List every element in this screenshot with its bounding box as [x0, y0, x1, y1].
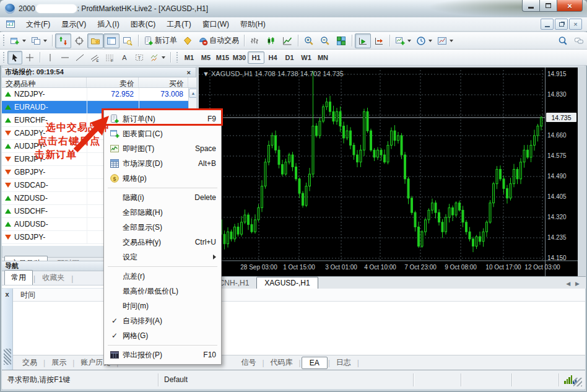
- timeframe-button-M15[interactable]: M15: [214, 51, 231, 64]
- search-button[interactable]: [555, 33, 571, 48]
- menubar-item-V[interactable]: 显示(V): [56, 17, 92, 32]
- timeframe-button-H4[interactable]: H4: [264, 51, 281, 64]
- chat-button[interactable]: [571, 33, 587, 48]
- context-menu-item-[interactable]: 设定: [104, 250, 221, 264]
- timeframe-button-M5[interactable]: M5: [198, 51, 214, 64]
- crosshair-button[interactable]: [22, 51, 37, 64]
- zoom-in-button[interactable]: [301, 33, 317, 48]
- dropdown-caret-icon[interactable]: [450, 40, 453, 42]
- terminal-tab-[interactable]: 代码库: [265, 355, 298, 370]
- context-menu-item-p[interactable]: $规格(p): [104, 171, 221, 186]
- market-watch-row[interactable]: NZDJPY-72.95273.008: [2, 88, 188, 101]
- navigator-tab-常用[interactable]: 常用: [4, 270, 33, 285]
- candlestick-chart-button[interactable]: [263, 33, 279, 48]
- minimize-button[interactable]: [522, 0, 539, 12]
- chart-tab-XAGUSDH1[interactable]: XAGUSD-,H1: [256, 277, 318, 289]
- menubar-item-I[interactable]: 插入(I): [92, 17, 124, 32]
- maximize-button[interactable]: [539, 0, 557, 12]
- terminal-button[interactable]: [103, 33, 120, 48]
- cursor-button[interactable]: [7, 51, 22, 64]
- strategy-tester-button[interactable]: [120, 33, 136, 48]
- templates-button[interactable]: [435, 33, 456, 48]
- terminal-tab-[interactable]: 交易: [17, 355, 43, 370]
- timeframe-button-MN[interactable]: MN: [315, 51, 331, 64]
- menubar-item-W[interactable]: 窗口(W): [197, 17, 235, 32]
- fibonacci-button[interactable]: F: [102, 51, 117, 64]
- mdi-minimize-button[interactable]: [541, 19, 554, 30]
- horizontal-line-button[interactable]: [58, 51, 72, 64]
- arrows-button[interactable]: [147, 51, 168, 64]
- metaeditor-button[interactable]: [180, 33, 196, 48]
- indicators-button[interactable]: [393, 33, 414, 48]
- context-menu-item-T[interactable]: 即时图(T)Space: [104, 141, 221, 156]
- context-menu-item-C[interactable]: 图表窗口(C): [104, 126, 221, 141]
- navigator-button[interactable]: [87, 33, 103, 48]
- context-menu-item-A[interactable]: ✓自动排列(A): [104, 313, 221, 328]
- scroll-right-icon[interactable]: ▶: [575, 281, 580, 287]
- text-label-button[interactable]: T: [132, 51, 147, 64]
- line-chart-button[interactable]: [279, 33, 295, 48]
- context-menu-item-G[interactable]: ✓网格(G): [104, 328, 221, 343]
- dropdown-caret-icon[interactable]: [407, 40, 411, 42]
- column-header-1[interactable]: 卖价: [87, 77, 139, 87]
- timeframe-button-M1[interactable]: M1: [181, 51, 198, 64]
- toolbar-grip-icon[interactable]: [176, 52, 179, 63]
- new-order-button[interactable]: 新订单: [141, 33, 180, 48]
- terminal-tab-[interactable]: 展示: [46, 355, 72, 370]
- close-button[interactable]: ×: [557, 0, 583, 12]
- text-button[interactable]: A: [117, 51, 132, 64]
- chart-system-menu-icon[interactable]: [6, 19, 15, 29]
- toolbar-grip-icon[interactable]: [2, 52, 6, 63]
- context-menu-item-m[interactable]: 时间(m): [104, 298, 221, 313]
- trendline-button[interactable]: [72, 51, 87, 64]
- context-menu-item-y[interactable]: 交易品种(y)Ctrl+U: [104, 235, 221, 250]
- chart-plot-area[interactable]: ▼ XAGUSD-,H1 14.708 14.738 14.702 14.735…: [199, 68, 578, 276]
- timeframe-button-H1[interactable]: H1: [248, 51, 264, 64]
- vertical-line-button[interactable]: [43, 51, 58, 64]
- context-menu-item-P[interactable]: 弹出报价(P)F10: [104, 347, 221, 362]
- terminal-grip-icon[interactable]: [4, 349, 11, 365]
- dropdown-caret-icon[interactable]: [428, 40, 432, 42]
- menubar-item-H[interactable]: 帮助(H): [235, 17, 271, 32]
- toolbar-grip-icon[interactable]: [2, 35, 6, 46]
- profiles-button[interactable]: [28, 33, 50, 48]
- navigator-tab-收藏夹[interactable]: 收藏夹: [36, 271, 71, 285]
- autotrading-button[interactable]: 自动交易: [196, 33, 241, 48]
- column-header-0[interactable]: 交易品种: [2, 77, 87, 87]
- dropdown-caret-icon[interactable]: [43, 40, 47, 42]
- mdi-restore-button[interactable]: [555, 19, 568, 30]
- terminal-tab-[interactable]: 日志: [331, 355, 357, 370]
- periods-button[interactable]: [414, 33, 435, 48]
- terminal-tab-[interactable]: 信号: [235, 355, 261, 370]
- status-profile[interactable]: Default: [159, 373, 414, 386]
- dropdown-caret-icon[interactable]: [162, 56, 165, 59]
- context-menu-item-S[interactable]: 全部显示(S): [104, 220, 221, 235]
- tile-windows-button[interactable]: [333, 33, 349, 48]
- mdi-close-button[interactable]: ×: [569, 19, 582, 30]
- context-menu-item-H[interactable]: 全部隐藏(H): [104, 205, 221, 220]
- menubar-item-T[interactable]: 工具(T): [161, 17, 196, 32]
- bar-chart-button[interactable]: [247, 33, 263, 48]
- timeframe-button-D1[interactable]: D1: [281, 51, 298, 64]
- column-header-2[interactable]: 买价: [139, 77, 188, 87]
- terminal-close-icon[interactable]: x: [5, 289, 9, 300]
- data-window-button[interactable]: [71, 33, 87, 48]
- new-chart-button[interactable]: [7, 33, 28, 48]
- auto-scroll-button[interactable]: [355, 33, 371, 48]
- zoom-out-button[interactable]: [317, 33, 333, 48]
- context-menu-item-r[interactable]: 点差(r): [104, 269, 221, 284]
- market-watch-close-icon[interactable]: ×: [185, 69, 193, 76]
- menubar-item-C[interactable]: 图表(C): [125, 17, 162, 32]
- chart-shift-button[interactable]: [371, 33, 387, 48]
- scroll-left-icon[interactable]: ◀: [566, 281, 570, 287]
- market-watch-button[interactable]: [55, 33, 71, 48]
- channel-button[interactable]: E: [87, 51, 102, 64]
- terminal-tab-EA[interactable]: EA: [302, 357, 328, 369]
- timeframe-button-W1[interactable]: W1: [298, 51, 315, 64]
- context-menu-item-i[interactable]: 隐藏(i)Delete: [104, 190, 221, 205]
- timeframe-button-M30[interactable]: M30: [231, 51, 248, 64]
- context-menu-item-L[interactable]: 最高价/最低价(L): [104, 284, 221, 298]
- dropdown-caret-icon[interactable]: [22, 40, 26, 42]
- menubar-item-F[interactable]: 文件(F): [20, 17, 56, 32]
- resize-grip[interactable]: [573, 378, 582, 386]
